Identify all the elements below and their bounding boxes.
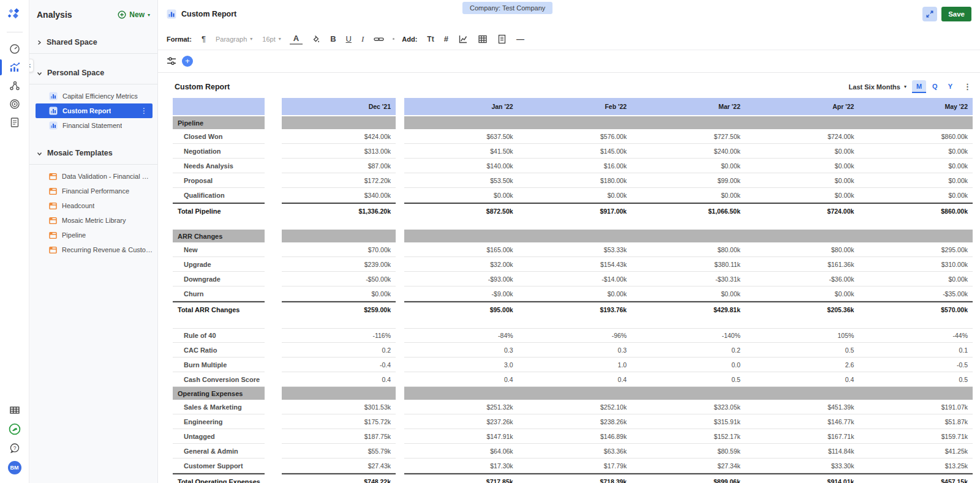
table-row[interactable]: Qualification$340.00k$0.00k$0.00k$0.00k$… [173, 188, 973, 203]
sidebar-item-headcount[interactable]: Headcount [36, 198, 153, 213]
save-button[interactable]: Save [941, 7, 971, 21]
table-row[interactable]: Cash Conversion Score0.40.40.40.50.40.5 [173, 372, 973, 387]
support-chat-icon[interactable] [9, 423, 21, 435]
section-header-row[interactable]: Pipeline [173, 116, 973, 129]
cell: $570.00k [859, 306, 973, 313]
new-button[interactable]: New ▾ [118, 10, 150, 19]
table-row[interactable]: Engineering$175.72k$237.26k$238.26k$315.… [173, 414, 973, 429]
header-actions: Save [922, 7, 971, 21]
expand-icon[interactable] [922, 7, 937, 21]
table-row[interactable]: Untagged$187.75k$147.91k$146.89k$152.17k… [173, 429, 973, 444]
add-filter-button[interactable]: + [182, 56, 193, 67]
paragraph-style-dropdown[interactable]: Paragraph▾ [212, 34, 256, 44]
section-label: Mosaic Templates [47, 149, 113, 157]
table-options-kebab[interactable]: ⋮ [962, 82, 973, 91]
cell: $0.00k [859, 162, 973, 170]
italic-icon[interactable]: I [358, 33, 368, 45]
table-row[interactable]: Sales & Marketing$301.53k$251.32k$252.10… [173, 400, 973, 414]
row-label: Rule of 40 [173, 328, 265, 343]
company-badge[interactable]: Company: Test Company [462, 2, 552, 14]
add-table-icon[interactable] [474, 33, 491, 45]
column-gap [268, 387, 282, 400]
cell: 0.4 [745, 376, 859, 383]
metric-builder-icon[interactable] [0, 77, 29, 95]
section-header-row[interactable]: ARR Changes [173, 230, 973, 242]
period-selector[interactable]: Last Six Months ▾ [849, 83, 907, 91]
granularity-q-button[interactable]: Q [928, 80, 942, 93]
sidebar-section-header[interactable]: Personal Space [29, 64, 157, 84]
table-row[interactable]: Customer Support$27.43k$17.30k$17.79k$27… [173, 459, 973, 473]
sidebar-item-pipeline[interactable]: Pipeline [36, 228, 153, 242]
cell: 0.5 [859, 376, 973, 383]
table-row[interactable]: Needs Analysis$87.00k$140.00k$16.00k$0.0… [173, 159, 973, 173]
bold-icon[interactable]: B [326, 33, 339, 45]
section-header-row[interactable]: Operating Expenses [173, 387, 973, 400]
dashboard-icon[interactable] [0, 40, 29, 58]
table-row[interactable]: Churn$0.00k-$9.00k$0.00k$0.00k$0.00k-$35… [173, 286, 973, 301]
cell: $914.01k [745, 478, 859, 483]
months-block [404, 387, 973, 400]
data-grid-icon[interactable] [9, 405, 20, 416]
sidebar-item-financial-statement[interactable]: Financial Statement [36, 118, 153, 133]
table-row[interactable]: Upgrade$239.00k$32.00k$154.43k$380.11k$1… [173, 257, 973, 272]
row-label: Qualification [173, 188, 265, 203]
chevron-down-icon: ▾ [250, 36, 252, 42]
table-row[interactable]: Downgrade-$50.00k-$93.00k-$14.00k-$30.31… [173, 272, 973, 286]
sidebar-item-data-validation-financial-stat[interactable]: Data Validation - Financial Stat... [36, 169, 153, 184]
item-kebab-icon[interactable]: ⋮ [140, 107, 153, 115]
sidebar-section-header[interactable]: Shared Space [29, 33, 157, 54]
table-row[interactable]: New$70.00k$165.00k$53.33k$80.00k$80.00k$… [173, 242, 973, 257]
row-label [173, 98, 265, 115]
reports-icon[interactable] [0, 113, 29, 132]
sidebar-section-header[interactable]: Mosaic Templates [29, 144, 157, 165]
granularity-m-button[interactable]: M [912, 80, 926, 93]
cell: $0.00k [631, 162, 745, 170]
filters-icon[interactable] [166, 56, 177, 67]
sidebar-item-list: Capital Efficiency MetricsCustom Report⋮… [29, 84, 157, 134]
main-area: Custom Report Company: Test Company Save… [158, 0, 980, 483]
months-block: $17.30k$17.79k$27.34k$33.30k$13.25k [404, 459, 973, 473]
table-row[interactable]: Proposal$172.20k$53.50k$180.00k$99.00k$0… [173, 173, 973, 188]
link-icon[interactable] [370, 34, 388, 45]
mosaic-logo[interactable] [7, 7, 23, 23]
column-gap [396, 400, 404, 414]
user-avatar[interactable]: BM [8, 461, 21, 474]
row-label: Proposal [173, 173, 265, 188]
table-row[interactable]: General & Admin$55.79k$64.06k$63.36k$80.… [173, 444, 973, 459]
table-row[interactable]: Negotiation$313.00k$41.50k$145.00k$240.0… [173, 144, 973, 159]
table-row[interactable]: Closed Won$424.00k$637.50k$576.00k$727.5… [173, 129, 973, 144]
table-header-row[interactable]: Dec '21Jan '22Feb '22Mar '22Apr '22May '… [173, 98, 973, 115]
sidebar-item-mosaic-metric-library[interactable]: Mosaic Metric Library [36, 213, 153, 228]
table-row[interactable]: Rule of 40-116%-84%-96%-140%105%-44% [173, 328, 973, 343]
total-row[interactable]: Total Pipeline$1,336.20k$872.50k$917.00k… [173, 203, 973, 219]
cell: -$36.00k [745, 275, 859, 283]
cell: $64.06k [404, 447, 518, 455]
underline-icon[interactable]: U [342, 33, 355, 45]
sidebar-item-financial-performance[interactable]: Financial Performance [36, 184, 153, 198]
granularity-y-button[interactable]: Y [944, 80, 957, 93]
help-icon[interactable]: ? [9, 443, 20, 454]
cell: $323.05k [631, 403, 745, 411]
highlight-color-icon[interactable] [307, 33, 324, 45]
add-text-icon[interactable]: Tt [423, 34, 437, 45]
table-row[interactable]: CAC Ratio0.20.30.30.20.50.1 [173, 343, 973, 358]
cell: $0.00k [745, 177, 859, 184]
sidebar-item-recurring-revenue-customers[interactable]: Recurring Revenue & Customers [36, 242, 153, 257]
analysis-icon[interactable] [0, 58, 29, 77]
paragraph-mark-icon[interactable]: ¶ [198, 33, 209, 45]
total-row[interactable]: Total ARR Changes$259.00k$95.00k$193.76k… [173, 301, 973, 317]
add-metric-icon[interactable]: # [440, 33, 452, 45]
cell: 105% [745, 332, 859, 339]
cell: $0.00k [404, 192, 518, 199]
sidebar-item-capital-efficiency-metrics[interactable]: Capital Efficiency Metrics [36, 89, 153, 103]
table-row[interactable]: Burn Multiple-0.43.01.00.02.6-0.5 [173, 358, 973, 372]
goals-icon[interactable] [0, 95, 29, 113]
sidebar-item-custom-report[interactable]: Custom Report⋮ [36, 103, 153, 118]
font-size-dropdown[interactable]: 16pt▾ [258, 34, 284, 44]
total-row[interactable]: Total Operating Expenses$748.22k$717.85k… [173, 473, 973, 483]
cell: $55.79k [282, 444, 396, 459]
add-text-block-icon[interactable] [494, 33, 510, 45]
text-color-icon[interactable]: A [290, 33, 303, 44]
add-chart-icon[interactable] [454, 33, 472, 45]
add-divider-icon[interactable]: — [513, 33, 528, 45]
